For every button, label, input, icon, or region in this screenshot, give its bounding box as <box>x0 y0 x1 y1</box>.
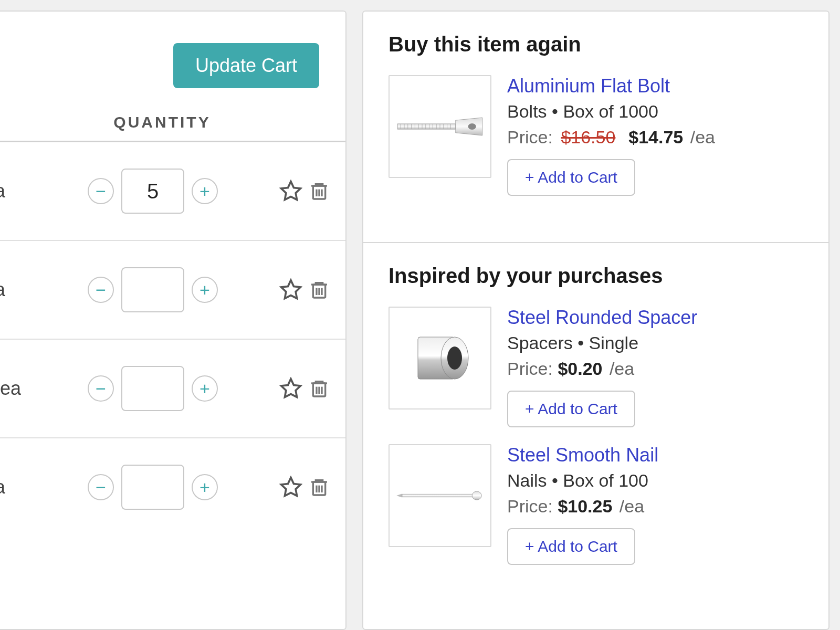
star-icon <box>279 180 302 203</box>
add-to-cart-button[interactable]: + Add to Cart <box>507 159 635 196</box>
decrement-button[interactable]: − <box>88 474 114 500</box>
increment-button[interactable]: + <box>192 178 218 204</box>
svg-marker-10 <box>281 379 301 397</box>
update-cart-button[interactable]: Update Cart <box>173 43 319 88</box>
cart-row: /ea − + <box>0 438 345 536</box>
svg-marker-0 <box>281 182 301 200</box>
increment-button[interactable]: + <box>192 474 218 500</box>
quantity-input[interactable] <box>121 169 184 214</box>
product-thumbnail[interactable] <box>388 75 491 178</box>
cart-row: /ea − + <box>0 142 345 241</box>
favorite-button[interactable] <box>279 377 302 400</box>
favorite-button[interactable] <box>279 476 302 499</box>
section-heading: Buy this item again <box>388 33 803 56</box>
unit-label: /ea <box>0 476 26 498</box>
delete-button[interactable] <box>309 180 330 203</box>
decrement-button[interactable]: − <box>88 178 114 204</box>
product-thumbnail[interactable] <box>388 307 491 410</box>
decrement-button[interactable]: − <box>88 277 114 303</box>
svg-marker-41 <box>396 494 402 497</box>
increment-button[interactable]: + <box>192 375 218 402</box>
product-meta: Spacers • Single <box>507 333 697 353</box>
spacer-icon <box>403 321 477 395</box>
trash-icon <box>309 278 330 301</box>
svg-marker-15 <box>281 478 301 496</box>
product-item: Aluminium Flat Bolt Bolts • Box of 1000 … <box>388 75 803 196</box>
svg-point-43 <box>472 491 481 500</box>
product-price: Price: $16.50 $14.75 /ea <box>507 127 715 148</box>
svg-marker-5 <box>281 280 301 299</box>
cart-row: 0 /ea − + <box>0 340 345 438</box>
star-icon <box>279 476 302 499</box>
unit-label: 0 /ea <box>0 377 26 400</box>
delete-button[interactable] <box>309 476 330 499</box>
star-icon <box>279 278 302 301</box>
product-name-link[interactable]: Steel Smooth Nail <box>507 444 658 466</box>
decrement-button[interactable]: − <box>88 375 114 402</box>
add-to-cart-button[interactable]: + Add to Cart <box>507 528 635 565</box>
nail-icon <box>393 482 487 509</box>
svg-point-37 <box>468 123 476 130</box>
star-icon <box>279 377 302 400</box>
bolt-icon <box>395 108 485 145</box>
product-meta: Bolts • Box of 1000 <box>507 101 715 122</box>
inspired-section: Inspired by your purchases Steel Rounded… <box>363 243 828 611</box>
delete-button[interactable] <box>309 278 330 301</box>
unit-label: /ea <box>0 279 26 301</box>
increment-button[interactable]: + <box>192 277 218 303</box>
svg-rect-20 <box>397 124 456 129</box>
section-heading: Inspired by your purchases <box>388 264 803 288</box>
product-price: Price: $10.25 /ea <box>507 496 658 517</box>
product-meta: Nails • Box of 100 <box>507 470 658 491</box>
product-thumbnail[interactable] <box>388 444 491 547</box>
cart-row: /ea − + <box>0 241 345 340</box>
delete-button[interactable] <box>309 377 330 400</box>
svg-point-40 <box>447 346 462 370</box>
favorite-button[interactable] <box>279 180 302 203</box>
buy-again-section: Buy this item again Aluminium Flat Bolt … <box>363 12 828 243</box>
product-name-link[interactable]: Aluminium Flat Bolt <box>507 75 715 97</box>
recommendations-panel: Buy this item again Aluminium Flat Bolt … <box>362 10 830 630</box>
trash-icon <box>309 180 330 203</box>
unit-label: /ea <box>0 180 26 202</box>
add-to-cart-button[interactable]: + Add to Cart <box>507 391 635 427</box>
quantity-input[interactable] <box>121 465 184 510</box>
cart-panel: Update Cart QUANTITY /ea − + /ea <box>0 10 346 630</box>
svg-rect-42 <box>402 494 473 497</box>
product-item: Steel Smooth Nail Nails • Box of 100 Pri… <box>388 444 803 565</box>
trash-icon <box>309 476 330 499</box>
favorite-button[interactable] <box>279 278 302 301</box>
product-price: Price: $0.20 /ea <box>507 359 697 379</box>
trash-icon <box>309 377 330 400</box>
product-name-link[interactable]: Steel Rounded Spacer <box>507 307 697 329</box>
product-item: Steel Rounded Spacer Spacers • Single Pr… <box>388 307 803 427</box>
quantity-input[interactable] <box>121 366 184 411</box>
quantity-column-header: QUANTITY <box>0 109 345 142</box>
quantity-input[interactable] <box>121 267 184 312</box>
